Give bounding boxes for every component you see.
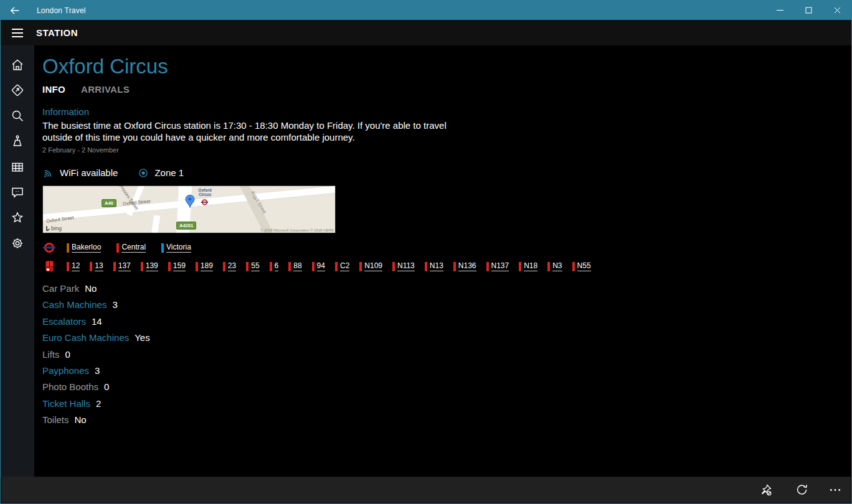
sidebar-item-home[interactable] xyxy=(1,52,34,77)
bus-route-link[interactable]: 23 xyxy=(223,261,236,271)
fact-row: Lifts0 xyxy=(42,349,851,365)
bus-route-link-color-bar xyxy=(547,262,550,271)
bus-route-link-label: 55 xyxy=(251,261,259,271)
bus-route-link-label: N18 xyxy=(524,261,537,271)
tube-line-link-color-bar xyxy=(161,243,164,253)
maximize-button[interactable] xyxy=(794,1,823,20)
tube-line-link[interactable]: Victoria xyxy=(161,243,191,253)
bus-route-link[interactable]: 159 xyxy=(168,261,186,271)
bus-route-link-color-bar xyxy=(312,262,315,271)
app-window: London Travel STATION xyxy=(0,0,852,504)
bus-route-link[interactable]: C2 xyxy=(335,261,349,271)
bus-route-link-label: N3 xyxy=(552,261,562,271)
bus-route-link-color-bar xyxy=(168,262,171,271)
fact-label: Payphones xyxy=(42,365,89,376)
bus-route-link-label: N55 xyxy=(577,261,591,271)
bus-route-link[interactable]: 88 xyxy=(288,261,301,271)
fact-value: 0 xyxy=(65,349,70,360)
underground-roundel-icon xyxy=(42,241,56,254)
fact-label: Escalators xyxy=(42,316,86,327)
info-date-range: 2 February - 2 November xyxy=(42,146,851,154)
fact-value: No xyxy=(75,414,87,425)
page-title: STATION xyxy=(36,27,78,38)
map-pin-icon xyxy=(184,194,196,209)
fact-value: Yes xyxy=(135,332,149,343)
sidebar-item-map[interactable] xyxy=(1,154,34,179)
refresh-button[interactable] xyxy=(783,477,820,503)
sidebar-item-feedback[interactable] xyxy=(1,179,34,205)
fact-row: Photo Booths0 xyxy=(42,381,851,398)
unpin-button[interactable] xyxy=(747,477,783,503)
fact-value: 0 xyxy=(104,381,109,392)
bus-route-link[interactable]: 55 xyxy=(246,261,259,271)
sidebar-item-places[interactable] xyxy=(1,128,34,154)
bus-route-link[interactable]: N109 xyxy=(359,261,382,271)
bus-route-link-color-bar xyxy=(486,262,489,271)
bus-route-link-label: 6 xyxy=(275,261,279,271)
bus-route-link-label: 139 xyxy=(146,261,158,271)
bus-route-link-label: N113 xyxy=(397,261,415,271)
bus-route-link-label: 94 xyxy=(317,261,325,271)
back-button[interactable] xyxy=(1,1,29,20)
search-icon xyxy=(10,108,25,123)
bus-route-link-label: N13 xyxy=(430,261,443,271)
bus-route-link[interactable]: 189 xyxy=(196,261,213,271)
bus-route-link[interactable]: 139 xyxy=(141,261,158,271)
close-button[interactable] xyxy=(823,1,851,20)
fact-label: Car Park xyxy=(42,283,79,294)
info-body: The busiest time at Oxford Circus statio… xyxy=(42,119,461,143)
bus-route-link[interactable]: 13 xyxy=(90,261,103,271)
window-title: London Travel xyxy=(37,6,86,15)
bus-route-link[interactable]: N136 xyxy=(453,261,476,271)
sidebar-item-settings[interactable] xyxy=(1,230,34,256)
tube-line-link[interactable]: Bakerloo xyxy=(67,243,101,253)
map-street xyxy=(151,214,161,233)
bus-route-link-color-bar xyxy=(141,262,143,271)
station-map[interactable]: Princes Street Regent Street Oxford Stre… xyxy=(42,185,336,233)
bus-route-link[interactable]: 137 xyxy=(113,261,131,271)
bus-icon xyxy=(42,260,56,273)
bing-logo-icon xyxy=(45,226,50,231)
bus-route-link[interactable]: N13 xyxy=(425,261,443,271)
station-name: Oxford Circus xyxy=(42,55,851,78)
bus-route-link[interactable]: N55 xyxy=(572,261,591,271)
bus-route-link-label: N109 xyxy=(364,261,382,271)
minimize-icon xyxy=(777,7,783,14)
minimize-button[interactable] xyxy=(765,1,794,20)
road-badge-a4201: A4201 xyxy=(176,222,196,230)
zone-label: Zone 1 xyxy=(154,167,184,178)
more-button[interactable] xyxy=(820,477,851,503)
bus-route-link-label: 189 xyxy=(201,261,213,271)
tab-info[interactable]: INFO xyxy=(42,84,65,95)
sidebar-item-favourites[interactable] xyxy=(1,205,34,230)
bus-route-link-color-bar xyxy=(335,262,338,271)
nav-menu-button[interactable] xyxy=(1,20,34,45)
info-heading: Information xyxy=(42,106,851,117)
wifi-label: WiFi available xyxy=(60,167,118,178)
tab-bar: INFO ARRIVALS xyxy=(42,84,851,95)
fact-value: 3 xyxy=(112,299,117,310)
bus-route-link[interactable]: 12 xyxy=(67,261,80,271)
bus-route-link-color-bar xyxy=(288,262,291,271)
sidebar-item-directions[interactable] xyxy=(1,77,34,103)
bus-route-link[interactable]: N113 xyxy=(392,261,415,271)
bus-route-link-label: 88 xyxy=(293,261,301,271)
fact-row: Escalators14 xyxy=(42,316,851,332)
fact-row: Euro Cash MachinesYes xyxy=(42,332,851,348)
tube-line-link[interactable]: Central xyxy=(116,243,146,253)
bus-route-link[interactable]: 94 xyxy=(312,261,325,271)
bus-route-link[interactable]: N137 xyxy=(486,261,509,271)
bus-route-link[interactable]: N3 xyxy=(547,261,562,271)
sidebar-item-search[interactable] xyxy=(1,103,34,128)
fact-label: Photo Booths xyxy=(42,381,98,392)
bottom-app-bar xyxy=(1,477,851,503)
bus-route-link-label: 12 xyxy=(72,261,80,271)
fact-label: Ticket Halls xyxy=(42,398,90,409)
tab-arrivals[interactable]: ARRIVALS xyxy=(81,84,130,95)
bus-route-link[interactable]: N18 xyxy=(519,261,537,271)
fact-label: Toilets xyxy=(42,414,69,425)
bus-route-link-color-bar xyxy=(90,262,92,271)
close-icon xyxy=(834,7,841,14)
amenities-row: WiFi available Zone 1 xyxy=(42,167,851,179)
bus-route-link[interactable]: 6 xyxy=(270,261,279,271)
